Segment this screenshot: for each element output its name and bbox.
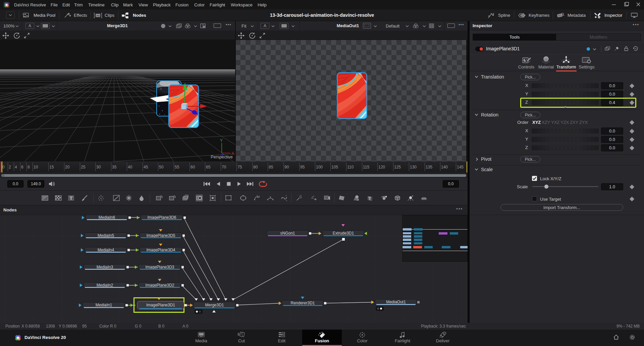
svg-text:T: T (70, 196, 72, 201)
svg-text:T: T (369, 196, 371, 200)
svg-text:Perspective: Perspective (211, 155, 232, 159)
svg-text:Y: Y (220, 138, 223, 143)
